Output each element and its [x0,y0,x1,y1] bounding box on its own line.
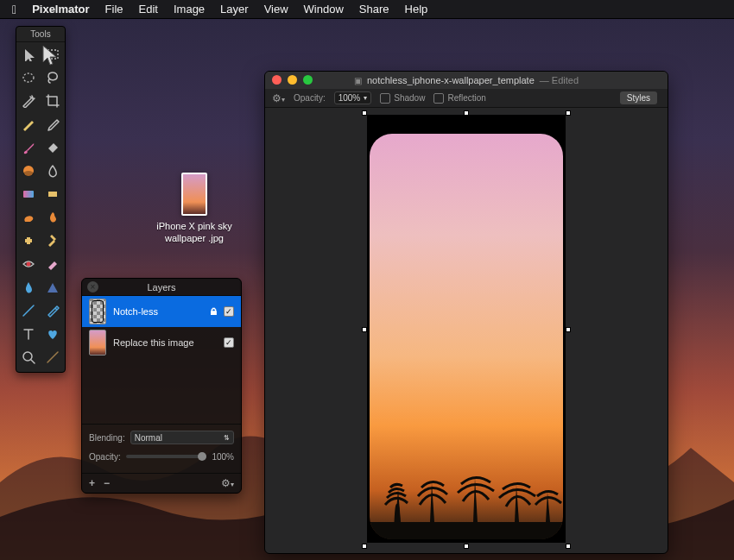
paint-tool[interactable] [16,159,41,182]
opacity-slider[interactable] [126,455,207,458]
resize-handle[interactable] [464,544,469,549]
heal-tool[interactable] [16,229,41,252]
tools-palette[interactable]: Tools [16,26,66,373]
menu-share[interactable]: Share [359,3,389,16]
reflection-checkbox[interactable]: Reflection [433,93,485,104]
gear-icon[interactable]: ⚙︎▾ [272,92,285,104]
styles-button[interactable]: Styles [620,91,657,104]
app-name[interactable]: Pixelmator [32,3,89,16]
layer-row[interactable]: Notch-less 🔒︎ ✓ [82,296,241,327]
blending-label: Blending: [89,433,125,443]
pen-tool[interactable] [41,299,65,322]
opacity-label: Opacity: [294,93,326,103]
tools-title: Tools [16,27,65,42]
cursor-icon [41,45,59,67]
hand-tool[interactable] [41,345,65,368]
desktop-file-thumbnail [181,173,207,216]
resize-handle[interactable] [362,544,367,549]
close-icon[interactable]: × [87,281,98,293]
desktop-file[interactable]: iPhone X pink sky wallpaper .jpg [147,173,242,245]
menu-view[interactable]: View [264,3,288,16]
layer-name: Notch-less [113,306,158,317]
redeye-tool[interactable] [16,252,41,275]
document-toolbar: ⚙︎▾ Opacity: 100%▾ Shadow Reflection Sty… [265,89,668,108]
eyedropper-tool[interactable] [41,112,65,135]
menu-image[interactable]: Image [174,3,205,16]
opacity-select[interactable]: 100%▾ [334,91,372,104]
window-close-button[interactable] [272,75,282,85]
svg-rect-4 [23,191,34,198]
sponge-tool[interactable] [41,182,65,205]
shadow-checkbox[interactable]: Shadow [380,93,425,104]
text-tool[interactable] [16,322,41,345]
resize-handle[interactable] [566,110,571,116]
resize-handle[interactable] [464,110,469,116]
eraser-tool[interactable] [41,252,65,275]
menu-window[interactable]: Window [304,3,344,16]
marquee-ellipse-tool[interactable] [16,66,41,89]
menu-edit[interactable]: Edit [139,3,158,16]
burn-tool[interactable] [41,205,65,229]
window-zoom-button[interactable] [303,75,313,85]
remove-layer-button[interactable]: − [104,477,110,489]
gradient-tool[interactable] [16,182,41,205]
resize-handle[interactable] [566,544,571,549]
menu-file[interactable]: File [105,3,123,16]
updown-icon: ⇅ [224,434,230,442]
menu-layer[interactable]: Layer [220,3,249,16]
layer-list: Notch-less 🔒︎ ✓ Replace this image ✓ [82,296,241,424]
opacity-value: 100% [212,452,234,462]
layer-thumbnail [89,330,106,356]
heart-tool[interactable] [41,322,65,345]
resize-handle[interactable] [362,327,367,332]
smudge-tool[interactable] [16,205,41,229]
menu-help[interactable]: Help [405,3,428,16]
visibility-checkbox[interactable]: ✓ [224,337,234,348]
lasso-tool[interactable] [41,66,65,89]
svg-point-5 [27,261,31,266]
brush-tool[interactable] [16,135,41,159]
blending-select[interactable]: Normal ⇅ [130,431,234,444]
visibility-checkbox[interactable]: ✓ [224,306,234,317]
clone-tool[interactable] [41,229,65,252]
resize-handle[interactable] [566,327,571,332]
crop-tool[interactable] [41,89,65,112]
move-tool[interactable] [16,42,41,66]
lock-icon[interactable]: 🔒︎ [209,306,218,317]
gear-icon[interactable]: ⚙︎▾ [221,477,234,489]
svg-point-3 [23,171,34,176]
drop-tool[interactable] [16,275,41,299]
shape-tool[interactable] [41,275,65,299]
document-status: — Edited [540,75,579,85]
selection-handles [364,113,568,546]
wand-tool[interactable] [16,89,41,112]
line-tool[interactable] [16,299,41,322]
canvas[interactable] [265,108,668,553]
pencil-tool[interactable] [16,112,41,135]
blur-tool[interactable] [41,159,65,182]
resize-handle[interactable] [362,110,367,116]
svg-point-1 [23,73,34,82]
layers-panel-title[interactable]: × Layers [82,279,241,296]
opacity-label: Opacity: [89,452,121,462]
titlebar[interactable]: ▣ notchless_iphone-x-wallpaper_template … [265,72,668,89]
bucket-tool[interactable] [41,135,65,159]
layer-name: Replace this image [113,337,194,348]
document-window: ▣ notchless_iphone-x-wallpaper_template … [264,71,668,554]
menubar:  Pixelmator File Edit Image Layer View … [0,0,734,19]
desktop-file-name: iPhone X pink sky wallpaper .jpg [147,221,242,245]
layer-row[interactable]: Replace this image ✓ [82,327,241,358]
add-layer-button[interactable]: + [89,477,95,489]
document-icon: ▣ [354,76,362,85]
apple-menu-icon[interactable]:  [12,3,16,16]
zoom-tool[interactable] [16,345,41,368]
document-title: notchless_iphone-x-wallpaper_template [367,75,535,85]
window-minimize-button[interactable] [288,75,297,85]
layer-thumbnail [89,299,106,324]
layers-panel[interactable]: × Layers Notch-less 🔒︎ ✓ Replace this im… [81,278,242,494]
